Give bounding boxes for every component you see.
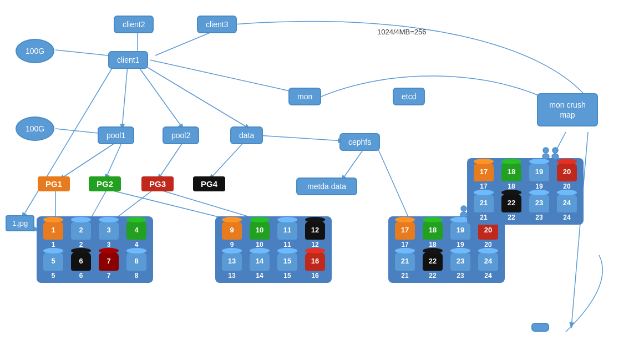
osd-19b-label: 19 — [457, 241, 464, 249]
osd-4-cylinder: 4 — [126, 220, 146, 240]
osd-23b: 23 23 — [448, 251, 473, 280]
osd-14-cylinder: 14 — [250, 251, 270, 271]
osd-4: 4 4 — [124, 220, 149, 249]
osd-20b-label: 20 — [484, 241, 491, 249]
disk-group-1: 1 1 2 2 3 3 4 4 5 5 6 6 — [37, 216, 153, 283]
formula-label: 1024/4MB=256 — [377, 28, 427, 36]
osd-23c: 23 23 — [527, 192, 551, 221]
osd-2-cylinder: 2 — [71, 220, 91, 240]
100g-mid-node: 100G — [16, 116, 54, 141]
svg-point-32 — [552, 154, 559, 159]
osd-20c-label: 20 — [563, 182, 570, 190]
osd-16: 16 16 — [303, 251, 327, 280]
osd-18c-label: 18 — [508, 182, 515, 190]
osd-1: 1 1 — [41, 220, 65, 249]
osd-9-cylinder: 9 — [222, 220, 242, 240]
osd-6: 6 6 — [69, 251, 93, 280]
data-node: data — [230, 126, 263, 144]
osd-21b-label: 21 — [401, 272, 408, 280]
svg-line-14 — [342, 149, 364, 180]
osd-7: 7 7 — [97, 251, 121, 280]
osd-18b: 18 18 — [420, 220, 445, 249]
osd-22b-cylinder: 22 — [423, 251, 443, 271]
osd-10-label: 10 — [256, 241, 263, 249]
osd-24b: 24 24 — [476, 251, 500, 280]
disk-group-4: 17 17 18 18 19 19 20 20 21 21 22 — [467, 158, 584, 225]
osd-17b: 17 17 — [393, 220, 417, 249]
osd-20c-cylinder: 20 — [557, 161, 577, 181]
osd-8-label: 8 — [135, 272, 139, 280]
svg-point-29 — [543, 148, 549, 153]
svg-line-1 — [155, 31, 215, 55]
person-icons-4 — [542, 147, 559, 159]
pg3-node: PG3 — [141, 176, 174, 191]
osd-17b-label: 17 — [401, 241, 408, 249]
osd-5: 5 5 — [41, 251, 65, 280]
mon-crush-map-node: mon crush map — [537, 93, 598, 126]
osd-24c-label: 24 — [563, 214, 570, 221]
osd-15-cylinder: 15 — [277, 251, 297, 271]
osd-2: 2 2 — [69, 220, 93, 249]
osd-13: 13 13 — [220, 251, 244, 280]
osd-14: 14 14 — [247, 251, 272, 280]
svg-line-9 — [60, 142, 116, 179]
file-1jpg-node: 1.jpg — [6, 215, 34, 231]
svg-line-12 — [210, 142, 244, 179]
osd-1-label: 1 — [52, 241, 55, 249]
osd-12-cylinder: 12 — [305, 220, 325, 240]
osd-14-label: 14 — [256, 272, 263, 280]
disk-row-bottom-3: 21 21 22 22 23 23 24 24 — [393, 251, 500, 280]
osd-2-label: 2 — [79, 241, 83, 249]
osd-6-cylinder: 6 — [71, 251, 91, 271]
osd-20c: 20 20 — [555, 161, 579, 190]
osd-15-label: 15 — [283, 272, 291, 280]
osd-21c-cylinder: 21 — [474, 192, 494, 212]
osd-16-cylinder: 16 — [305, 251, 325, 271]
svg-line-5 — [150, 60, 300, 93]
disk-group-3: 17 17 18 18 19 19 20 20 21 21 22 — [388, 216, 505, 283]
pg4-node: PG4 — [193, 176, 225, 191]
osd-21b-cylinder: 21 — [395, 251, 415, 271]
osd-8-cylinder: 8 — [126, 251, 146, 271]
osd-1-cylinder: 1 — [43, 220, 63, 240]
osd-22c-cylinder: 22 — [501, 192, 521, 212]
osd-22c: 22 22 — [499, 192, 524, 221]
pool1-node: pool1 — [98, 126, 134, 144]
osd-22b-label: 22 — [429, 272, 436, 280]
svg-point-31 — [552, 148, 558, 153]
disk-row-bottom-4: 21 21 22 22 23 23 24 24 — [471, 192, 579, 221]
osd-5-label: 5 — [52, 272, 55, 280]
osd-21c-label: 21 — [480, 214, 487, 221]
osd-19c-label: 19 — [535, 182, 542, 190]
osd-9: 9 9 — [220, 220, 244, 249]
osd-3-label: 3 — [107, 241, 111, 249]
osd-23b-cylinder: 23 — [450, 251, 470, 271]
osd-23b-label: 23 — [457, 272, 464, 280]
pool2-node: pool2 — [163, 126, 199, 144]
osd-21b: 21 21 — [393, 251, 417, 280]
diagram-container: 1024/4MB=256 client2 client3 100G client… — [0, 0, 644, 360]
osd-17c: 17 17 — [471, 161, 496, 190]
client3-node: client3 — [197, 16, 237, 33]
disk-row-top-4: 17 17 18 18 19 19 20 20 — [471, 161, 579, 190]
disk-row-bottom-1: 5 5 6 6 7 7 8 8 — [41, 251, 149, 280]
person-icon-4 — [551, 147, 559, 159]
bluestore-node — [531, 323, 549, 332]
osd-22b: 22 22 — [420, 251, 445, 280]
osd-18b-cylinder: 18 — [423, 220, 443, 240]
osd-22c-label: 22 — [508, 214, 515, 221]
svg-line-7 — [55, 50, 108, 55]
osd-24c-cylinder: 24 — [557, 192, 577, 212]
osd-17c-cylinder: 17 — [474, 161, 494, 181]
osd-13-label: 13 — [228, 272, 235, 280]
pg1-node: PG1 — [38, 176, 70, 191]
svg-line-2 — [122, 65, 128, 129]
osd-4-label: 4 — [135, 241, 139, 249]
osd-10: 10 10 — [247, 220, 272, 249]
osd-16-label: 16 — [311, 272, 318, 280]
svg-line-10 — [105, 142, 122, 179]
osd-24b-cylinder: 24 — [478, 251, 498, 271]
svg-line-21 — [377, 147, 410, 222]
osd-19c-cylinder: 19 — [529, 161, 549, 181]
osd-24b-label: 24 — [484, 272, 491, 280]
